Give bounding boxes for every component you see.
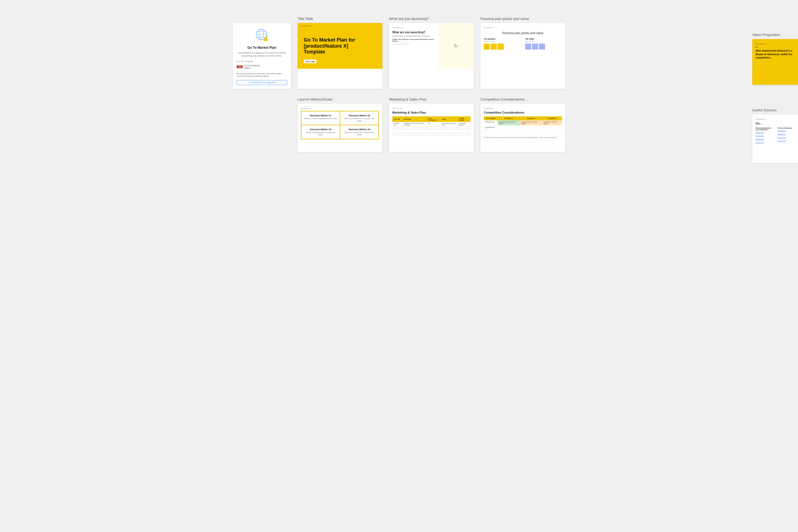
- value-box-3: [539, 43, 545, 50]
- metrics-grid: Success Metric #1 Achieve a customer sat…: [301, 111, 379, 139]
- problem-sub: (Before Scenario): [484, 40, 521, 42]
- cc-row3-3: [542, 131, 562, 134]
- ms-td-1-2: Collaborate with PR team on key messages: [403, 122, 427, 126]
- ms-td-4-1: [393, 132, 403, 135]
- cc-row2-0: Feature/benefit X: [484, 125, 498, 131]
- marketing-table: Task Title Description Team Responsible …: [392, 116, 471, 136]
- metric-cell-2: Success Metric #2 Add text or stickies h…: [340, 111, 379, 125]
- metric-cell-3: Success Metric #3 Add text or stickies h…: [301, 125, 340, 139]
- ms-td-4-3: [427, 132, 440, 135]
- ama-badge: AMA: [236, 65, 243, 68]
- cc-row-2: Feature/benefit X: [484, 125, 562, 131]
- marketing-label: Marketing & Sales Plan: [389, 97, 474, 101]
- metric-4-num: Success Metric #4: [342, 128, 376, 131]
- feedback-button[interactable]: ✦ Get feedback and suggestions: [236, 80, 287, 85]
- title-slide-inner: Presentation Title Go To Market Plan for…: [298, 23, 382, 69]
- ms-row-2: [393, 126, 471, 129]
- persona-pres-label: Presentation Pro: [484, 27, 562, 28]
- ms-row-1: Example task Collaborate with PR team on…: [393, 122, 471, 126]
- ms-td-4-2: [403, 132, 427, 135]
- cc-row3-0: [484, 131, 498, 134]
- competitive-table: Your Company Competitor A Competitor B C…: [484, 116, 562, 134]
- launching-pres-label: Presentation Title: [392, 27, 435, 28]
- title-slide-col: Title Slide Presentation Title Go To Mar…: [298, 17, 382, 89]
- source-link-1-4[interactable]: Add link here: [756, 141, 776, 143]
- cc-th-3: Competitor C: [542, 116, 562, 120]
- problem-box-2: [491, 43, 497, 50]
- gallery-container: . Go To Market Plan: [233, 17, 565, 152]
- problem-boxes: ■: [484, 43, 521, 50]
- sources-card: Presentation Pro Us... Roadmap/templates…: [752, 114, 798, 163]
- partner-logo: AMA Product MarketingAlliance: [236, 64, 287, 69]
- metrics-pres-label: Presentation Pro: [301, 108, 379, 109]
- ms-td-1-5: Buy Media Buttons: [458, 122, 471, 126]
- competitive-title: Competitive Considerations: [484, 111, 562, 114]
- logo-box: Your Logo: [304, 60, 317, 63]
- metric-3-num: Success Metric #3: [304, 128, 338, 131]
- value-prop-label: Value Proposition: [752, 33, 798, 37]
- source-link-1-1[interactable]: Add link here: [756, 132, 776, 133]
- ms-td-4-4: [441, 132, 458, 135]
- partner-name: Product MarketingAlliance: [244, 64, 260, 69]
- ms-td-3-5: [458, 129, 471, 132]
- ms-td-2-5: [458, 126, 471, 129]
- metrics-card[interactable]: Presentation Pro Success Metric #1 Achie…: [298, 103, 382, 152]
- source-link-2-4[interactable]: Add link here: [778, 140, 798, 141]
- ms-td-1-3: PR: [427, 122, 440, 126]
- cc-footnote: Fill the color table with a green sticke…: [484, 137, 562, 138]
- source-link-1-3[interactable]: Add link here: [756, 138, 776, 140]
- svg-rect-6: [265, 38, 266, 41]
- launching-outline: Outline key features of your product/ben…: [392, 39, 435, 42]
- svg-rect-5: [264, 39, 265, 41]
- ms-th-1: Task Title: [393, 116, 403, 122]
- launching-label: What are you launching?: [389, 17, 474, 21]
- metric-cell-4: Success Metric #4 Add text or stickies h…: [340, 125, 379, 139]
- ms-td-2-2: [403, 126, 427, 129]
- metrics-inner: Presentation Pro Success Metric #1 Achie…: [298, 103, 382, 152]
- source-link-2-2[interactable]: Add link here: [778, 133, 798, 135]
- marketing-table-header-row: Task Title Description Team Responsible …: [393, 116, 471, 122]
- svg-rect-8: [267, 39, 268, 41]
- dots-bg: [752, 39, 798, 85]
- cc-row-1: Billing Reports Competitor A has a simil…: [484, 120, 562, 125]
- metrics-col: Launch Metrics/Goals Presentation Pro Su…: [298, 97, 382, 152]
- line-3: [392, 44, 409, 45]
- ms-td-2-3: [427, 126, 440, 129]
- launching-card[interactable]: Presentation Title What are you launchin…: [389, 23, 474, 89]
- problem-section: The problem (Before Scenario) ■: [484, 38, 521, 50]
- cc-row1-3: Competitor C has this feature: [542, 120, 562, 125]
- source-link-1-2[interactable]: Add link here: [756, 135, 776, 137]
- persona-card[interactable]: Presentation Pro Persona pain points and…: [480, 23, 565, 89]
- marketing-inner: Time Go to Plan Marketing & Sales Plan T…: [389, 103, 474, 152]
- competitive-card[interactable]: SupportPlan Pro Competitive Consideratio…: [480, 103, 565, 152]
- metric-3-desc: Add text or stickies here to provide mor…: [304, 132, 338, 136]
- marketing-pres-label: Time Go to Plan: [392, 108, 471, 109]
- ms-td-3-1: [393, 129, 403, 132]
- feedback-icon: ✦: [247, 81, 249, 84]
- metric-cell-1: Success Metric #1 Achieve a customer sat…: [301, 111, 340, 125]
- ms-td-1-1: Example task: [393, 122, 403, 126]
- ms-td-3-3: [427, 129, 440, 132]
- marketing-card[interactable]: Time Go to Plan Marketing & Sales Plan T…: [389, 103, 474, 152]
- persona-inner: Presentation Pro Persona pain points and…: [480, 23, 565, 69]
- info-for-label: For this template: [236, 60, 287, 63]
- title-slide-card[interactable]: Presentation Title Go To Market Plan for…: [298, 23, 382, 89]
- title-slide-main-title: Go To Market Plan for[product/feature X]…: [304, 37, 376, 55]
- feedback-label: Get feedback and suggestions: [250, 81, 277, 83]
- ms-td-2-4: [441, 126, 458, 129]
- ms-th-2: Description: [403, 116, 427, 122]
- source-link-2-3[interactable]: Add link here: [778, 137, 798, 138]
- info-panel: Go To Market Plan Get feedback & suggest…: [233, 23, 291, 89]
- line-2: [392, 44, 409, 44]
- title-bold: Go To Market Plan: [304, 37, 347, 43]
- metric-1-num: Success Metric #1: [304, 114, 338, 117]
- competitive-label: Competitive Considerations: [480, 97, 565, 101]
- cc-row1-1: Competitor A has a similar feature: [497, 120, 519, 125]
- source-link-2-1[interactable]: Add link here: [778, 130, 798, 132]
- cc-row2-1: [497, 125, 519, 131]
- ms-row-4: [393, 132, 471, 135]
- info-panel-desc: Get feedback & suggestions on your work …: [236, 51, 287, 57]
- sources-col-1: Roadmap/templates page templates Add lin…: [756, 127, 776, 145]
- info-panel-col: . Go To Market Plan: [233, 17, 291, 89]
- vp-content: Who wants/needs [feature] is a [frame of…: [756, 49, 797, 60]
